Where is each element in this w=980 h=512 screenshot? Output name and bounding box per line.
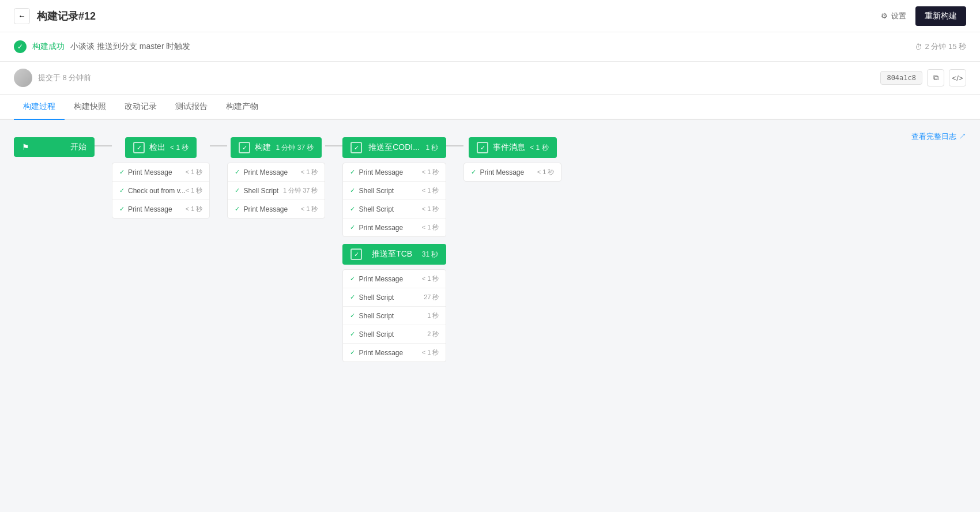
stage-push-codi-header[interactable]: ✓ 推送至CODI... 1 秒 xyxy=(342,137,446,158)
step-time: < 1 秒 xyxy=(422,348,439,357)
commit-bar: 提交于 8 分钟前 804a1c8 ⧉ </> xyxy=(0,62,980,95)
step-item[interactable]: ✓ Print Message < 1 秒 xyxy=(464,163,561,181)
step-label: Print Message xyxy=(128,168,172,176)
stage-event-time: < 1 秒 xyxy=(530,143,548,153)
step-item[interactable]: ✓ Check out from v... < 1 秒 xyxy=(112,182,209,200)
stage-push-tcb-label: 推送至TCB xyxy=(372,249,412,259)
stage-start-header[interactable]: ⚑ 开始 xyxy=(14,137,95,157)
step-check-icon: ✓ xyxy=(350,312,355,319)
rebuild-button[interactable]: 重新构建 xyxy=(915,6,966,26)
step-time: < 1 秒 xyxy=(186,168,203,176)
stage-push-tcb-body: ✓ Print Message < 1 秒 ✓ Shell Script 27 … xyxy=(342,269,446,362)
check-icon: ✓ xyxy=(477,142,488,153)
step-check-icon: ✓ xyxy=(350,275,355,283)
step-check-icon: ✓ xyxy=(350,205,355,213)
step-time: < 1 秒 xyxy=(186,186,203,195)
stage-build-body: ✓ Print Message < 1 秒 ✓ Shell Script 1 分… xyxy=(227,163,325,219)
step-check-icon: ✓ xyxy=(350,349,355,356)
back-button[interactable]: ← xyxy=(14,8,30,24)
step-check-icon: ✓ xyxy=(235,187,240,194)
step-label: Shell Script xyxy=(359,293,394,302)
step-check-icon: ✓ xyxy=(350,224,355,231)
gear-icon: ⚙ xyxy=(881,12,888,20)
step-item[interactable]: ✓ Shell Script < 1 秒 xyxy=(343,200,446,219)
stage-event-header[interactable]: ✓ 事件消息 < 1 秒 xyxy=(469,137,556,158)
step-item[interactable]: ✓ Shell Script 2 秒 xyxy=(343,325,446,344)
step-label: Shell Script xyxy=(359,205,394,213)
pipeline: ⚑ 开始 ✓ 检出 < 1 秒 ✓ Print Message < 1 xyxy=(14,137,911,374)
copy-icon: ⧉ xyxy=(933,73,938,82)
step-label: Shell Script xyxy=(359,312,394,320)
step-time: < 1 秒 xyxy=(422,168,439,176)
stage-push-codi-body: ✓ Print Message < 1 秒 ✓ Shell Script < 1… xyxy=(342,163,446,237)
step-item[interactable]: ✓ Print Message < 1 秒 xyxy=(228,163,325,182)
stage-push-tcb-time: 31 秒 xyxy=(422,250,439,259)
check-icon: ✓ xyxy=(350,249,362,260)
step-check-icon: ✓ xyxy=(471,168,476,176)
step-item[interactable]: ✓ Print Message < 1 秒 xyxy=(343,163,446,182)
step-label: Check out from v... xyxy=(128,187,186,195)
tab-snapshot[interactable]: 构建快照 xyxy=(65,95,115,120)
stage-event-body: ✓ Print Message < 1 秒 xyxy=(463,163,561,182)
stage-checkout-header[interactable]: ✓ 检出 < 1 秒 xyxy=(125,137,197,158)
stage-group-push: ✓ 推送至CODI... 1 秒 ✓ Print Message < 1 秒 xyxy=(342,137,446,362)
clock-icon: ⏱ xyxy=(915,43,922,51)
tab-process[interactable]: 构建过程 xyxy=(14,95,65,120)
stage-start-label: 开始 xyxy=(70,142,86,152)
copy-button[interactable]: ⧉ xyxy=(927,69,944,86)
step-item[interactable]: ✓ Print Message < 1 秒 xyxy=(112,163,209,182)
step-item[interactable]: ✓ Shell Script 27 秒 xyxy=(343,288,446,307)
stage-push-codi-time: 1 秒 xyxy=(425,143,438,153)
step-item[interactable]: ✓ Print Message < 1 秒 xyxy=(112,200,209,218)
step-item[interactable]: ✓ Print Message < 1 秒 xyxy=(228,200,325,218)
status-bar: ✓ 构建成功 小谈谈 推送到分支 master 时触发 ⏱ 2 分钟 15 秒 xyxy=(0,32,980,62)
step-check-icon: ✓ xyxy=(350,187,355,194)
stage-build: ✓ 构建 1 分钟 37 秒 ✓ Print Message < 1 秒 ✓ S… xyxy=(227,137,325,219)
step-check-icon: ✓ xyxy=(350,330,355,338)
full-log-link[interactable]: 查看完整日志 ↗ xyxy=(911,131,966,142)
step-time: < 1 秒 xyxy=(301,168,318,176)
step-time: 1 秒 xyxy=(427,311,439,320)
step-label: Print Message xyxy=(359,224,403,232)
tabs: 构建过程 构建快照 改动记录 测试报告 构建产物 xyxy=(0,95,980,120)
stage-build-label: 构建 xyxy=(255,142,271,153)
connector-1 xyxy=(95,137,112,146)
step-item[interactable]: ✓ Print Message < 1 秒 xyxy=(343,219,446,236)
step-time: < 1 秒 xyxy=(422,205,439,213)
code-button[interactable]: </> xyxy=(949,69,966,86)
step-time: < 1 秒 xyxy=(301,205,318,213)
stage-push-tcb-header[interactable]: ✓ 推送至TCB 31 秒 xyxy=(342,244,446,265)
stage-build-header[interactable]: ✓ 构建 1 分钟 37 秒 xyxy=(231,137,322,158)
back-icon: ← xyxy=(18,12,25,20)
status-text: 构建成功 xyxy=(32,42,65,52)
step-item[interactable]: ✓ Print Message < 1 秒 xyxy=(343,344,446,362)
step-item[interactable]: ✓ Shell Script 1 秒 xyxy=(343,307,446,325)
flag-icon: ⚑ xyxy=(22,142,29,152)
check-icon: ✓ xyxy=(133,142,145,153)
step-item[interactable]: ✓ Shell Script 1 分钟 37 秒 xyxy=(228,182,325,200)
step-time: < 1 秒 xyxy=(422,223,439,232)
step-item[interactable]: ✓ Shell Script < 1 秒 xyxy=(343,182,446,200)
step-label: Shell Script xyxy=(359,187,394,195)
step-time: < 1 秒 xyxy=(422,186,439,195)
stage-checkout-time: < 1 秒 xyxy=(170,143,189,153)
stage-push-codi: ✓ 推送至CODI... 1 秒 ✓ Print Message < 1 秒 xyxy=(342,137,446,237)
step-item[interactable]: ✓ Print Message < 1 秒 xyxy=(343,270,446,288)
step-time: < 1 秒 xyxy=(537,168,555,176)
step-label: Print Message xyxy=(359,275,403,283)
settings-button[interactable]: ⚙ 设置 xyxy=(881,11,906,21)
tab-changes[interactable]: 改动记录 xyxy=(115,95,166,120)
tab-test[interactable]: 测试报告 xyxy=(166,95,217,120)
commit-hash[interactable]: 804a1c8 xyxy=(880,71,922,85)
step-time: < 1 秒 xyxy=(186,205,203,213)
stage-build-time: 1 分钟 37 秒 xyxy=(276,143,314,153)
step-label: Print Message xyxy=(359,168,403,176)
step-time: 2 秒 xyxy=(427,330,439,338)
step-time: 27 秒 xyxy=(424,293,439,302)
step-label: Print Message xyxy=(128,205,172,213)
tab-artifacts[interactable]: 构建产物 xyxy=(217,95,267,120)
stage-push-codi-label: 推送至CODI... xyxy=(368,142,420,153)
step-label: Print Message xyxy=(243,168,288,176)
stage-checkout-label: 检出 xyxy=(149,142,165,153)
code-icon: </> xyxy=(952,74,963,82)
